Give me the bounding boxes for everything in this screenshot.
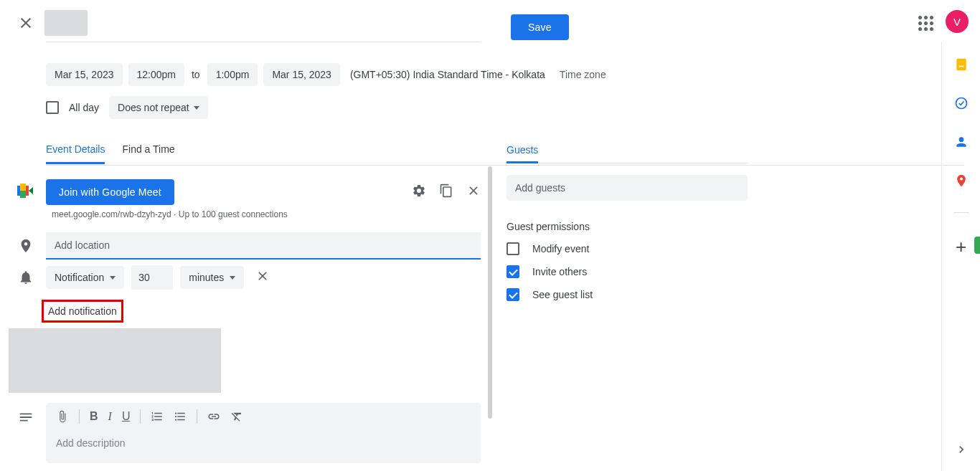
see-guest-list-checkbox[interactable] [507,288,519,301]
clear-formatting-icon[interactable] [230,410,243,423]
notification-unit-value: minutes [189,272,224,283]
title-input-placeholder[interactable] [44,10,88,36]
svg-point-2 [956,98,966,109]
notification-type-value: Notification [55,272,104,283]
link-icon[interactable] [207,410,220,423]
google-meet-icon [17,184,34,201]
start-time-field[interactable]: 12:00pm [128,63,184,86]
invite-others-checkbox[interactable] [507,265,519,278]
meet-settings-icon[interactable] [412,184,426,201]
side-panel: + [941,42,980,471]
svg-point-3 [959,177,962,180]
add-notification-button[interactable]: Add notification [42,300,123,323]
chevron-down-icon [110,276,116,280]
end-date-field[interactable]: Mar 15, 2023 [263,63,340,86]
bold-icon[interactable]: B [90,410,98,423]
location-input[interactable] [46,232,481,260]
attach-icon[interactable] [56,410,69,423]
ordered-list-icon[interactable] [151,410,164,423]
location-icon [17,237,34,254]
description-toolbar: B I U [46,403,481,430]
remove-notification-icon[interactable] [255,269,270,286]
underline-icon[interactable]: U [122,410,131,423]
svg-rect-1 [958,66,963,67]
italic-icon[interactable]: I [108,410,112,423]
notification-type-select[interactable]: Notification [46,266,124,289]
modify-event-label: Modify event [532,243,589,254]
avatar[interactable]: V [946,10,969,33]
see-guest-list-label: See guest list [532,289,593,300]
chevron-down-icon [230,276,235,280]
description-input[interactable]: Add description [46,430,481,463]
maps-icon[interactable] [954,173,969,188]
timezone-link[interactable]: Time zone [560,69,606,80]
join-meet-button[interactable]: Join with Google Meet [46,179,174,205]
add-guests-input[interactable] [507,175,748,201]
side-panel-active-indicator [974,237,980,254]
save-button[interactable]: Save [511,14,569,40]
contacts-icon[interactable] [954,135,969,149]
unordered-list-icon[interactable] [174,410,187,423]
svg-rect-0 [956,59,966,71]
all-day-label: All day [69,102,99,113]
side-panel-toggle-icon[interactable] [954,442,969,460]
invite-others-label: Invite others [532,266,587,277]
repeat-select[interactable]: Does not repeat [109,96,208,119]
description-icon [17,409,34,426]
to-label: to [190,69,202,80]
notification-value-input[interactable] [131,265,173,290]
all-day-checkbox[interactable] [46,101,59,114]
remove-meet-icon[interactable] [466,184,481,201]
notification-unit-select[interactable]: minutes [180,266,244,289]
keep-icon[interactable] [954,57,969,72]
copy-meet-link-icon[interactable] [439,184,453,201]
tasks-icon[interactable] [954,96,969,110]
repeat-value: Does not repeat [118,102,189,113]
tab-guests[interactable]: Guests [507,144,538,163]
start-date-field[interactable]: Mar 15, 2023 [46,63,123,86]
tab-find-time[interactable]: Find a Time [122,143,174,164]
close-icon[interactable] [17,14,34,32]
add-addon-icon[interactable]: + [956,237,966,256]
scrollbar[interactable] [488,166,492,419]
modify-event-checkbox[interactable] [507,242,519,255]
google-apps-icon[interactable] [917,14,934,32]
meet-link-text: meet.google.com/rwb-dzyh-zyd · Up to 100… [52,209,288,219]
bell-icon [17,269,34,286]
chevron-down-icon [194,106,199,110]
redacted-block [9,328,221,393]
timezone-text: (GMT+05:30) India Standard Time - Kolkat… [350,69,545,80]
end-time-field[interactable]: 1:00pm [207,63,258,86]
guest-permissions-title: Guest permissions [507,221,748,232]
tab-event-details[interactable]: Event Details [46,143,105,164]
